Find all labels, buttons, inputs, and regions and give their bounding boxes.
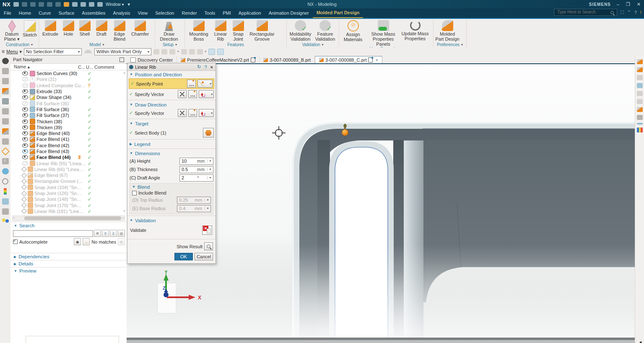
tab-application[interactable]: Application xyxy=(235,9,265,18)
history-palette-icon[interactable] xyxy=(2,178,8,184)
tree-row[interactable]: Fill Surface (37)✓ xyxy=(10,112,127,118)
snap-midpoint-icon[interactable] xyxy=(197,49,203,55)
wireframe-box-icon[interactable] xyxy=(637,83,643,88)
tab-discovery-center[interactable]: Discovery Center xyxy=(127,56,177,63)
section-search[interactable]: ▼Search xyxy=(10,222,127,229)
scroll-down-icon[interactable]: ˅ xyxy=(123,208,125,214)
edge-blend-button[interactable]: Edge Blend xyxy=(110,20,129,42)
unit-dropdown-icon[interactable]: ▾ xyxy=(207,159,213,163)
layer-settings-icon[interactable] xyxy=(637,127,643,133)
tree-row[interactable]: Fill Surface (35) xyxy=(10,100,127,106)
moldability-validation-button[interactable]: Moldability Validation xyxy=(288,20,312,42)
tab-3-007-000088-c[interactable]: 3-007-000088_C.prt× xyxy=(315,56,382,63)
select-body-button[interactable] xyxy=(203,128,214,138)
tab-3-007-000089-b[interactable]: 3-007-000089_B.prt xyxy=(260,56,315,63)
tab-premiere-coffee-machine[interactable]: PremiereCoffeeMachineV2.prt xyxy=(177,56,260,63)
reuse-library-icon[interactable] xyxy=(2,118,9,125)
tab-surface[interactable]: Surface xyxy=(55,9,78,18)
group-dialog-launcher[interactable]: ▾ xyxy=(461,43,463,47)
dialog-reset-icon[interactable]: ↻ xyxy=(196,64,202,70)
tab-curve[interactable]: Curve xyxy=(35,9,55,18)
tab-home[interactable]: Home xyxy=(15,9,35,18)
sketch-button[interactable]: Sketch xyxy=(23,20,37,37)
tab-render[interactable]: Render xyxy=(178,9,200,18)
cut-icon[interactable] xyxy=(39,2,44,7)
minimize-button[interactable]: – xyxy=(616,2,620,7)
visibility-eye-off-icon[interactable] xyxy=(22,101,28,106)
section-validation[interactable]: ▼Validation xyxy=(127,217,216,224)
unit-dropdown-icon[interactable]: ▾ xyxy=(207,168,213,171)
tree-row[interactable]: Linked Composite Curv...? xyxy=(10,83,127,88)
height-input[interactable]: 10mm▾ xyxy=(179,158,213,165)
section-dependencies[interactable]: ▶Dependencies xyxy=(10,253,127,260)
unit-dropdown-icon[interactable]: ▾ xyxy=(207,176,213,179)
group-dialog-launcher[interactable]: ▾ xyxy=(175,43,177,47)
show-mass-properties-panels-button[interactable]: Show Mass Properties Panels xyxy=(366,20,400,47)
scrollbar-thumb[interactable] xyxy=(24,216,121,220)
wcs-triad[interactable]: Y X Z xyxy=(156,270,206,317)
vector-reverse-button[interactable] xyxy=(178,109,187,117)
microphone-icon[interactable] xyxy=(72,2,78,7)
shaded-view-icon[interactable] xyxy=(208,49,215,55)
scroll-left-icon[interactable]: ‹ xyxy=(13,216,15,220)
visibility-eye-icon[interactable] xyxy=(22,71,28,75)
visibility-eye-off-icon[interactable] xyxy=(22,77,28,81)
roles-icon[interactable] xyxy=(2,218,9,225)
draw-specify-vector-row[interactable]: ✓ Specify Vector ▾ xyxy=(127,108,216,118)
window-menu[interactable]: Window ▾ xyxy=(106,2,124,7)
fullscreen-icon[interactable]: ⛶ xyxy=(621,10,624,15)
visibility-eye-icon[interactable] xyxy=(22,131,28,135)
vector-reverse-button[interactable] xyxy=(178,90,187,98)
restore-button[interactable]: ❒ xyxy=(625,2,631,7)
visibility-eye-icon[interactable] xyxy=(22,137,28,141)
search-locate-icon[interactable]: ◎ xyxy=(118,230,125,237)
thickness-input[interactable]: 0.5mm▾ xyxy=(179,166,213,173)
point-type-combo[interactable]: ▾ xyxy=(197,80,213,88)
scope-dropdown[interactable]: Within Work Part Only▾ xyxy=(94,48,151,55)
specify-point-row[interactable]: ✓ Specify Point ▾ xyxy=(129,78,214,89)
window-layout-icon[interactable] xyxy=(89,2,94,7)
tree-row[interactable]: Edge Blend (67)✓ xyxy=(10,172,127,178)
selection-filter-dropdown[interactable]: No Selection Filter▾ xyxy=(24,48,82,55)
show-surfaces-icon[interactable] xyxy=(637,107,643,112)
wireframe-view-icon[interactable] xyxy=(217,49,224,55)
paste-icon[interactable] xyxy=(55,2,61,7)
group-dialog-launcher[interactable]: ▾ xyxy=(322,43,324,47)
copy-icon[interactable] xyxy=(47,2,52,7)
show-result-button[interactable] xyxy=(204,242,213,250)
point-dialog-button[interactable] xyxy=(187,80,196,88)
section-preview[interactable]: ▼Preview xyxy=(10,267,127,274)
group-dialog-launcher[interactable]: ▾ xyxy=(103,43,104,47)
information-icon[interactable] xyxy=(2,158,9,164)
tree-row[interactable]: Fill Surface (36)✓ xyxy=(10,107,127,112)
tree-row[interactable]: Face Blend (41)✓ xyxy=(10,136,127,142)
visibility-eye-icon[interactable] xyxy=(22,125,28,130)
tree-row[interactable]: Linear Rib (55) "Linear ...✓ xyxy=(10,160,127,166)
close-tab-icon[interactable]: × xyxy=(375,57,378,62)
visibility-eye-icon[interactable] xyxy=(22,113,28,117)
notifications-icon[interactable] xyxy=(2,108,9,114)
molded-part-design-pref-button[interactable]: Molded Part Design xyxy=(435,20,460,42)
cancel-button[interactable]: Cancel xyxy=(195,253,213,260)
dialog-close-icon[interactable]: × xyxy=(210,65,214,70)
show-feature-icon[interactable] xyxy=(637,59,643,64)
show-curves-icon[interactable] xyxy=(637,123,643,125)
datum-plane-button[interactable]: Datum Plane ▾ xyxy=(2,20,22,42)
visibility-eye-icon[interactable] xyxy=(22,120,28,124)
machining-wizard-icon[interactable] xyxy=(2,68,9,74)
section-dimensions[interactable]: ▼Dimensions xyxy=(127,150,216,157)
undock-panel-icon[interactable] xyxy=(119,57,124,62)
base-radius-input[interactable]: 0.4mm▾ xyxy=(177,205,211,212)
section-draw-direction[interactable]: ▼Draw Direction xyxy=(127,101,216,108)
web-browser-icon[interactable] xyxy=(2,168,9,174)
menu-dropdown[interactable]: ≡ Menu ▾ xyxy=(2,49,22,55)
feature-validation-button[interactable]: Feature Validation xyxy=(313,20,337,42)
search-up-icon[interactable]: ⇧ xyxy=(102,230,109,237)
ok-button[interactable]: OK xyxy=(174,253,193,260)
scroll-up-icon[interactable]: ˄ xyxy=(123,70,125,76)
scroll-right-icon[interactable]: › xyxy=(122,216,124,220)
vector-type-combo[interactable]: ▾ xyxy=(199,90,214,98)
tab-selection[interactable]: Selection xyxy=(151,9,178,18)
vector-dialog-button[interactable] xyxy=(188,109,197,117)
tree-row[interactable]: Thicken (38)✓ xyxy=(10,118,127,124)
